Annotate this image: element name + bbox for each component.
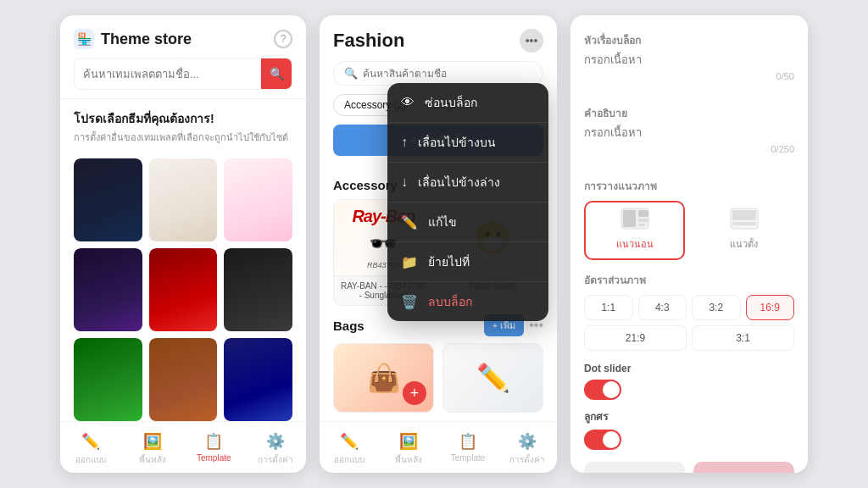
left-panel: 🏪 Theme store ? 🔍 โปรดเลือกธีมที่คุณต้อง… (60, 15, 306, 473)
template-icon: 📋 (204, 432, 223, 451)
layout-options: แนวนอน แนวตั้ง (584, 201, 794, 260)
theme-card-6[interactable] (74, 338, 142, 421)
nav-item-template[interactable]: 📋 Template (183, 429, 245, 469)
nav-item-settings[interactable]: ⚙️ การตั้งค่า (245, 429, 307, 469)
mid-nav-design[interactable]: ✏️ ออกแบบ (320, 429, 379, 469)
mid-design-icon: ✏️ (340, 432, 359, 451)
block-title-counter: 0/50 (584, 71, 794, 81)
nav-item-background[interactable]: 🖼️ พื้นหลัง (122, 429, 184, 469)
theme-card-img-7 (149, 338, 218, 421)
block-title-section: หัวเรื่องบล็อก 0/50 (584, 32, 794, 81)
ctx-delete[interactable]: 🗑️ ลบบล็อก (387, 282, 548, 321)
ratio-16-9[interactable]: 16:9 (746, 295, 795, 320)
settings-icon: ⚙️ (266, 432, 285, 451)
background-icon: 🖼️ (143, 432, 162, 451)
theme-card-img-3 (74, 248, 142, 331)
mid-nav-background[interactable]: 🖼️ พื้นหลัง (379, 429, 438, 469)
vertical-layout-icon (727, 203, 761, 233)
layout-vertical[interactable]: แนวตั้ง (693, 201, 794, 260)
bag2-icon: ✏️ (476, 362, 510, 394)
toggle-section: Dot slider ลูกศร (584, 363, 794, 450)
shop-icon: 🏪 (74, 29, 94, 49)
move-down-icon: ↓ (401, 175, 408, 190)
bag-card-2[interactable]: ✏️ (442, 343, 543, 413)
svg-rect-7 (732, 222, 756, 225)
left-search-button[interactable]: 🔍 (261, 58, 292, 89)
ctx-hide-block[interactable]: 👁 ซ่อนบล็อก (387, 83, 548, 123)
cancel-button[interactable]: ยกเลิก (584, 462, 685, 473)
delete-icon: 🗑️ (401, 294, 418, 310)
bag1-icon: 👜 (367, 362, 401, 394)
fashion-title-row: Fashion ••• (333, 29, 543, 53)
theme-card-img-2 (224, 158, 292, 241)
ctx-move-to[interactable]: 📁 ย้ายไปที่ (387, 242, 548, 282)
svg-rect-3 (638, 219, 648, 222)
theme-card-img-5 (224, 248, 292, 331)
block-title-label: หัวเรื่องบล็อก (584, 32, 794, 48)
mid-nav-settings[interactable]: ⚙️ การตั้งค่า (498, 429, 557, 469)
ratio-1-1[interactable]: 1:1 (584, 295, 633, 320)
nav-item-design[interactable]: ✏️ ออกแบบ (60, 429, 122, 469)
block-title-input[interactable] (584, 52, 794, 68)
middle-search-input[interactable] (363, 68, 532, 80)
bags-section: Bags + เพิ่ม ••• 👜 + ✏️ (333, 314, 543, 413)
theme-grid: Onio - BrandRoutine - BrandOmuse - Brand… (60, 158, 306, 421)
desc-label: คำอธิบาย (584, 105, 794, 121)
description-section: คำอธิบาย 0/250 (584, 105, 794, 154)
ratio-3-1[interactable]: 3:1 (692, 325, 794, 351)
theme-card-8[interactable] (224, 338, 292, 421)
theme-card-img-4 (149, 248, 218, 331)
mid-settings-icon: ⚙️ (518, 432, 537, 451)
svg-rect-1 (623, 210, 636, 227)
horizontal-label: แนวนอน (616, 236, 654, 252)
promo-title: โปรดเลือกธีมที่คุณต้องการ! (74, 109, 292, 128)
theme-card-7[interactable] (149, 338, 218, 421)
theme-card-img-8 (224, 338, 292, 421)
ratio-3-2[interactable]: 3:2 (692, 295, 741, 320)
promo-subtitle: การตั้งค่าอื่นของเทมเพลตที่เลือกจะถูกนำไ… (74, 130, 292, 145)
layout-horizontal[interactable]: แนวนอน (584, 201, 685, 260)
design-icon: ✏️ (81, 432, 100, 451)
loop-toggle[interactable] (584, 430, 621, 450)
bags-grid: 👜 + ✏️ (333, 343, 543, 413)
ratio-grid-row1: 1:1 4:3 3:2 16:9 (584, 295, 794, 320)
more-options-button[interactable]: ••• (520, 29, 543, 53)
theme-store-title-row: 🏪 Theme store ? (74, 29, 292, 49)
horizontal-layout-icon (618, 203, 652, 233)
left-search-input[interactable] (75, 61, 261, 87)
bag-card-1[interactable]: 👜 + (333, 343, 434, 413)
theme-store-title: Theme store (101, 30, 192, 48)
desc-input[interactable] (584, 125, 794, 141)
theme-card-img-1 (149, 158, 218, 241)
save-button[interactable]: บันทึก (693, 462, 794, 473)
layout-section: การวางแนวภาพ แนวนอน (584, 178, 794, 260)
ctx-edit[interactable]: ✏️ แก้ไข (387, 202, 548, 242)
layout-label: การวางแนวภาพ (584, 178, 794, 194)
ctx-move-down[interactable]: ↓ เลื่อนไปข้างล่าง (387, 163, 548, 202)
theme-card-0[interactable]: Onio - Brand (74, 158, 142, 241)
ratio-21-9[interactable]: 21:9 (584, 325, 687, 351)
search-mid-icon: 🔍 (344, 67, 358, 80)
dot-slider-row: Dot slider (584, 363, 794, 400)
middle-panel: Fashion ••• 🔍 Accessory (2) Bags (4) + เ… (320, 15, 557, 473)
add-bag1-button[interactable]: + (403, 381, 426, 405)
dot-slider-label: Dot slider (584, 363, 794, 374)
theme-card-5[interactable]: New year (224, 248, 292, 331)
right-panel: หัวเรื่องบล็อก 0/50 คำอธิบาย 0/250 การวา… (570, 15, 808, 473)
theme-card-4[interactable]: Lunar New Year (149, 248, 218, 331)
bags-section-label: Bags (333, 319, 364, 333)
desc-counter: 0/250 (584, 144, 794, 154)
mid-background-icon: 🖼️ (399, 432, 418, 451)
ctx-move-up[interactable]: ↑ เลื่อนไปข้างบน (387, 123, 548, 163)
svg-rect-6 (732, 210, 756, 220)
mid-nav-template[interactable]: 📋 Template (438, 429, 498, 469)
theme-card-img-0 (74, 158, 142, 241)
theme-card-1[interactable]: Routine - Brand (149, 158, 218, 241)
move-to-icon: 📁 (401, 254, 418, 270)
theme-card-2[interactable]: Omuse - Brand (224, 158, 292, 241)
ratio-4-3[interactable]: 4:3 (638, 295, 687, 320)
dot-slider-toggle[interactable] (584, 380, 621, 400)
help-icon[interactable]: ? (274, 30, 292, 48)
theme-card-3[interactable]: JB - Music Band (74, 248, 142, 331)
svg-rect-4 (638, 224, 645, 226)
